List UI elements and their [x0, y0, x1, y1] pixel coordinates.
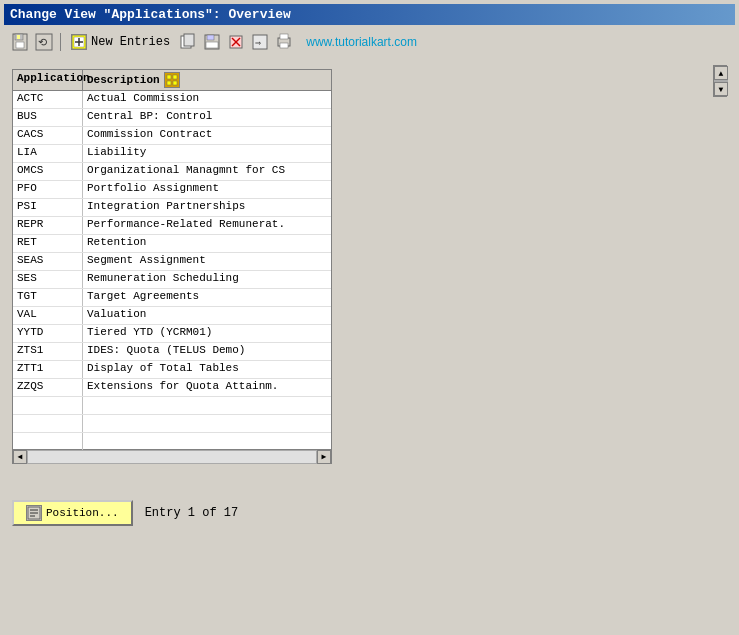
cell-application: OMCS	[13, 163, 83, 180]
cell-application: ZZQS	[13, 379, 83, 396]
toolbar-separator-1	[60, 33, 61, 51]
table-row[interactable]: CACSCommission Contract	[13, 127, 331, 145]
main-window: Change View "Applications": Overview ⟲	[0, 0, 739, 635]
cell-description: Organizational Managmnt for CS	[83, 163, 331, 180]
table-header: Application Description	[13, 70, 331, 91]
cell-application: SEAS	[13, 253, 83, 270]
vertical-scrollbar[interactable]: ▲ ▼	[713, 65, 727, 97]
bottom-bar: Position... Entry 1 of 17	[4, 492, 735, 534]
svg-rect-22	[280, 43, 288, 48]
cell-description: Performance-Related Remunerat.	[83, 217, 331, 234]
empty-rows	[13, 397, 331, 449]
new-entries-label: New Entries	[91, 35, 170, 49]
table-row[interactable]: TGTTarget Agreements	[13, 289, 331, 307]
entry-info: Entry 1 of 17	[145, 506, 239, 520]
cell-application: ACTC	[13, 91, 83, 108]
new-entries-button[interactable]: New Entries	[67, 33, 174, 51]
svg-rect-26	[167, 81, 171, 85]
cell-description: Portfolio Assignment	[83, 181, 331, 198]
table-row[interactable]: LIALiability	[13, 145, 331, 163]
cell-description: Commission Contract	[83, 127, 331, 144]
scroll-left-btn[interactable]: ◀	[13, 450, 27, 464]
cell-application: YYTD	[13, 325, 83, 342]
table-row[interactable]: RETRetention	[13, 235, 331, 253]
cell-description: Valuation	[83, 307, 331, 324]
watermark-text: www.tutorialkart.com	[306, 35, 417, 49]
new-entries-icon	[71, 34, 87, 50]
cell-application: RET	[13, 235, 83, 252]
cell-description: Actual Commission	[83, 91, 331, 108]
cell-description: Liability	[83, 145, 331, 162]
cell-application: ZTT1	[13, 361, 83, 378]
cell-description: Central BP: Control	[83, 109, 331, 126]
print-icon[interactable]	[274, 32, 294, 52]
scroll-right-btn[interactable]: ▶	[317, 450, 331, 464]
move-icon[interactable]: ⇒	[250, 32, 270, 52]
scroll-up-btn[interactable]: ▲	[714, 66, 728, 80]
empty-row-3	[13, 433, 331, 451]
table-row[interactable]: YYTDTiered YTD (YCRM01)	[13, 325, 331, 343]
table-row[interactable]: SEASSegment Assignment	[13, 253, 331, 271]
cell-application: PSI	[13, 199, 83, 216]
cell-description: Target Agreements	[83, 289, 331, 306]
table-row[interactable]: BUSCentral BP: Control	[13, 109, 331, 127]
save-disk-icon[interactable]	[202, 32, 222, 52]
table-container: Application Description	[12, 69, 332, 464]
svg-text:⟲: ⟲	[38, 37, 47, 49]
svg-text:⇒: ⇒	[255, 38, 261, 49]
empty-row-1	[13, 397, 331, 415]
back-icon[interactable]: ⟲	[34, 32, 54, 52]
copy-icon[interactable]	[178, 32, 198, 52]
col-desc-header: Description	[83, 70, 331, 90]
position-btn-icon	[26, 505, 42, 521]
scroll-down-btn[interactable]: ▼	[714, 82, 728, 96]
cell-application: TGT	[13, 289, 83, 306]
table-row[interactable]: ZZQSExtensions for Quota Attainm.	[13, 379, 331, 397]
table-row[interactable]: ZTT1Display of Total Tables	[13, 361, 331, 379]
empty-row-2	[13, 415, 331, 433]
title-bar: Change View "Applications": Overview	[4, 4, 735, 25]
scroll-h-track[interactable]	[27, 450, 317, 464]
svg-rect-21	[280, 34, 288, 39]
col-app-header: Application	[13, 70, 83, 90]
cell-description: Segment Assignment	[83, 253, 331, 270]
position-label: Position...	[46, 507, 119, 519]
svg-rect-25	[173, 75, 177, 79]
cell-application: CACS	[13, 127, 83, 144]
table-row[interactable]: PFOPortfolio Assignment	[13, 181, 331, 199]
table-row[interactable]: ZTS1IDES: Quota (TELUS Demo)	[13, 343, 331, 361]
cell-description: Retention	[83, 235, 331, 252]
table-body: ACTCActual CommissionBUSCentral BP: Cont…	[13, 91, 331, 397]
svg-rect-11	[184, 34, 194, 46]
svg-rect-24	[167, 75, 171, 79]
horizontal-scrollbar[interactable]: ◀ ▶	[13, 449, 331, 463]
table-row[interactable]: ACTCActual Commission	[13, 91, 331, 109]
cell-application: SES	[13, 271, 83, 288]
cell-description: Integration Partnerships	[83, 199, 331, 216]
cell-application: BUS	[13, 109, 83, 126]
cell-application: LIA	[13, 145, 83, 162]
svg-rect-13	[207, 35, 214, 40]
cell-description: Remuneration Scheduling	[83, 271, 331, 288]
delete-icon[interactable]	[226, 32, 246, 52]
table-row[interactable]: PSIIntegration Partnerships	[13, 199, 331, 217]
table-row[interactable]: REPRPerformance-Related Remunerat.	[13, 217, 331, 235]
toolbar: ⟲ New Entries	[4, 29, 735, 55]
table-row[interactable]: VALValuation	[13, 307, 331, 325]
cell-application: REPR	[13, 217, 83, 234]
save-icon[interactable]	[10, 32, 30, 52]
cell-description: IDES: Quota (TELUS Demo)	[83, 343, 331, 360]
svg-rect-14	[206, 42, 218, 48]
cell-description: Tiered YTD (YCRM01)	[83, 325, 331, 342]
cell-application: PFO	[13, 181, 83, 198]
table-row[interactable]: OMCSOrganizational Managmnt for CS	[13, 163, 331, 181]
table-main: Application Description	[12, 65, 713, 468]
cell-description: Extensions for Quota Attainm.	[83, 379, 331, 396]
cell-description: Display of Total Tables	[83, 361, 331, 378]
svg-rect-2	[16, 42, 24, 48]
cell-application: ZTS1	[13, 343, 83, 360]
column-settings-icon[interactable]	[164, 72, 180, 88]
table-row[interactable]: SESRemuneration Scheduling	[13, 271, 331, 289]
cell-application: VAL	[13, 307, 83, 324]
position-button[interactable]: Position...	[12, 500, 133, 526]
